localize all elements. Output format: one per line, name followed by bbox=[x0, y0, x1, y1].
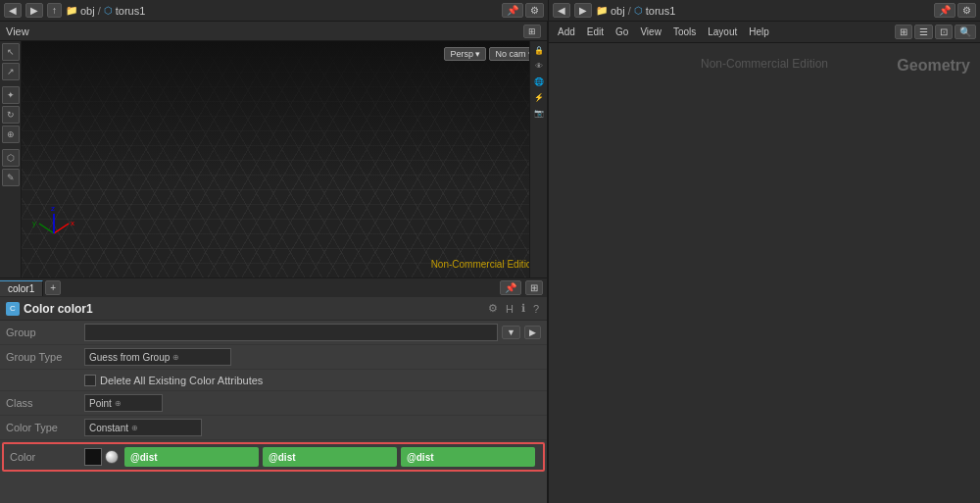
color-row: Color @dist @dist @dist bbox=[2, 442, 545, 472]
right-path-torus: torus1 bbox=[646, 5, 676, 17]
lower-tab-color1[interactable]: color1 bbox=[0, 280, 43, 296]
grouptype-arrow: ⊕ bbox=[172, 353, 179, 362]
grouptype-dropdown[interactable]: Guess from Group ⊕ bbox=[84, 348, 231, 366]
class-value: Point bbox=[89, 398, 112, 409]
r-tool-1[interactable]: 🔒 bbox=[532, 43, 546, 57]
param-row-delete: Delete All Existing Color Attributes bbox=[0, 370, 547, 391]
viewport-header: View ⊞ bbox=[0, 22, 547, 41]
menu-add[interactable]: Add bbox=[553, 25, 580, 39]
node-search-btn[interactable]: 🔍 bbox=[955, 25, 976, 39]
question-icon[interactable]: ? bbox=[531, 303, 541, 315]
colortype-value: Constant bbox=[89, 423, 128, 433]
color-node-icon: C bbox=[6, 302, 20, 316]
tool-rotate[interactable]: ↻ bbox=[2, 106, 20, 124]
param-row-class: Class Point ⊕ bbox=[0, 391, 547, 416]
tool-select[interactable]: ↖ bbox=[2, 43, 20, 61]
node-grid-btn[interactable]: ⊞ bbox=[895, 25, 912, 39]
param-header: C Color color1 ⚙ H ℹ ? bbox=[0, 297, 547, 321]
cam-buttons: Persp ▾ No cam ▾ bbox=[444, 47, 539, 61]
class-label: Class bbox=[6, 397, 84, 409]
info-icon[interactable]: ℹ bbox=[519, 302, 527, 315]
help-icon[interactable]: H bbox=[504, 303, 515, 315]
delete-text: Delete All Existing Color Attributes bbox=[100, 375, 263, 386]
connections-svg bbox=[549, 43, 980, 503]
right-settings-button[interactable]: ⚙ bbox=[957, 3, 976, 18]
node-editor-menubar: Add Edit Go View Tools Layout Help ⊞ ☰ ⊡… bbox=[549, 22, 980, 43]
obj-icon: 📁 bbox=[66, 5, 77, 16]
node-editor-non-commercial: Non-Commercial Edition bbox=[701, 57, 828, 71]
menu-view[interactable]: View bbox=[635, 25, 666, 39]
grouptype-value: Guess from Group bbox=[89, 352, 170, 363]
tool-select2[interactable]: ↗ bbox=[2, 63, 20, 80]
right-path-obj: obj bbox=[611, 5, 625, 17]
svg-line-1 bbox=[39, 224, 54, 233]
geometry-label: Geometry bbox=[897, 57, 970, 75]
lower-tabs: color1 + 📌 ⊞ bbox=[0, 277, 547, 297]
svg-text:y: y bbox=[32, 219, 36, 227]
detach-btn[interactable]: ⊞ bbox=[525, 280, 543, 295]
grouptype-label: Group Type bbox=[6, 351, 84, 363]
persp-btn[interactable]: Persp ▾ bbox=[444, 47, 486, 61]
node-list-btn[interactable]: ☰ bbox=[914, 25, 933, 39]
param-row-grouptype: Group Type Guess from Group ⊕ bbox=[0, 345, 547, 370]
color-channel-r[interactable]: @dist bbox=[124, 447, 259, 467]
menu-help[interactable]: Help bbox=[744, 25, 774, 39]
path-torus: torus1 bbox=[116, 5, 146, 17]
class-dropdown[interactable]: Point ⊕ bbox=[84, 394, 163, 412]
r-tool-5[interactable]: 📷 bbox=[532, 106, 546, 120]
color-channel-g[interactable]: @dist bbox=[263, 447, 397, 467]
group-dropdown-btn[interactable]: ▼ bbox=[502, 326, 520, 339]
add-tab-btn[interactable]: + bbox=[45, 280, 61, 295]
right-path-display: 📁 obj / ⬡ torus1 bbox=[596, 5, 930, 17]
color-channel-b[interactable]: @dist bbox=[401, 447, 535, 467]
pin-button[interactable]: 📌 bbox=[502, 3, 523, 18]
group-label: Group bbox=[6, 327, 84, 338]
svg-text:x: x bbox=[71, 219, 74, 227]
param-row-colortype: Color Type Constant ⊕ bbox=[0, 416, 547, 440]
colortype-dropdown[interactable]: Constant ⊕ bbox=[84, 419, 202, 436]
right-back-button[interactable]: ◀ bbox=[553, 3, 570, 18]
forward-button[interactable]: ▶ bbox=[25, 3, 43, 18]
node-canvas[interactable]: Non-Commercial Edition Geometry bbox=[549, 43, 980, 503]
pin-lower-btn[interactable]: 📌 bbox=[500, 280, 521, 295]
class-arrow: ⊕ bbox=[115, 399, 122, 408]
color-swatch[interactable] bbox=[84, 448, 102, 466]
param-title: Color color1 bbox=[24, 302, 93, 316]
r-tool-3[interactable]: 🌐 bbox=[532, 75, 546, 88]
group-arrow-btn[interactable]: ▶ bbox=[524, 326, 541, 339]
svg-text:z: z bbox=[51, 204, 55, 213]
settings-button[interactable]: ⚙ bbox=[525, 3, 544, 18]
viewport-right-toolbar: 🔒 👁 🌐 ⚡ 📷 bbox=[529, 41, 547, 277]
color-circle[interactable] bbox=[105, 450, 119, 464]
menu-go[interactable]: Go bbox=[611, 25, 633, 39]
viewport-layout-btn[interactable]: ⊞ bbox=[523, 25, 541, 38]
param-row-group: Group ▼ ▶ bbox=[0, 321, 547, 345]
color-label: Color bbox=[10, 451, 84, 463]
r-tool-2[interactable]: 👁 bbox=[532, 59, 546, 73]
right-forward-button[interactable]: ▶ bbox=[574, 3, 592, 18]
colortype-arrow: ⊕ bbox=[131, 424, 138, 432]
viewport-non-commercial: Non-Commercial Edition bbox=[431, 259, 537, 270]
axis-widget: x y z bbox=[29, 199, 78, 248]
up-button[interactable]: ↑ bbox=[47, 3, 62, 18]
menu-tools[interactable]: Tools bbox=[668, 25, 701, 39]
tool-paint[interactable]: ✎ bbox=[2, 169, 20, 186]
back-button[interactable]: ◀ bbox=[4, 3, 22, 18]
menu-layout[interactable]: Layout bbox=[703, 25, 742, 39]
delete-checkbox[interactable] bbox=[84, 375, 96, 386]
svg-line-0 bbox=[54, 224, 69, 233]
right-pin-button[interactable]: 📌 bbox=[934, 3, 956, 18]
tool-scale[interactable]: ⊕ bbox=[2, 126, 20, 143]
menu-edit[interactable]: Edit bbox=[582, 25, 609, 39]
node-view-btn[interactable]: ⊡ bbox=[935, 25, 953, 39]
colortype-label: Color Type bbox=[6, 422, 84, 433]
gear-icon[interactable]: ⚙ bbox=[486, 302, 500, 315]
param-area: C Color color1 ⚙ H ℹ ? Group ▼ ▶ bbox=[0, 297, 547, 503]
viewport-gradient bbox=[0, 41, 547, 183]
tool-move[interactable]: ✦ bbox=[2, 86, 20, 104]
viewport-toolbar: ↖ ↗ ✦ ↻ ⊕ ⬡ ✎ bbox=[0, 41, 22, 277]
tool-transform[interactable]: ⬡ bbox=[2, 149, 20, 167]
path-obj: obj bbox=[80, 5, 95, 17]
r-tool-4[interactable]: ⚡ bbox=[532, 90, 546, 104]
group-input[interactable] bbox=[84, 324, 498, 341]
